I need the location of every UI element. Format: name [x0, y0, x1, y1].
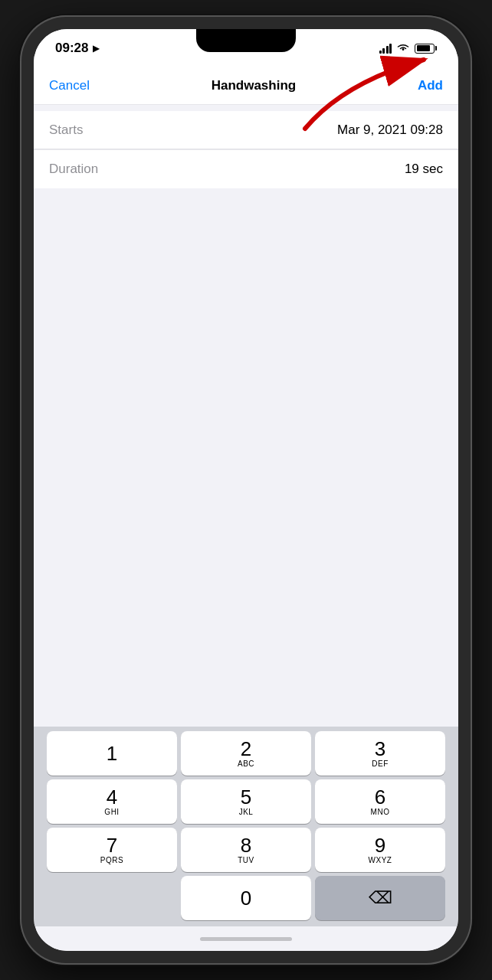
- content-area: Starts Mar 9, 2021 09:28 Duration 19 sec…: [34, 105, 458, 951]
- starts-row: Starts Mar 9, 2021 09:28: [34, 111, 458, 149]
- duration-row: Duration 19 sec: [34, 150, 458, 188]
- status-icons: [379, 43, 438, 54]
- key-4[interactable]: 4 GHI: [47, 779, 177, 824]
- starts-value: Mar 9, 2021 09:28: [337, 122, 443, 138]
- signal-bar-4: [389, 44, 392, 54]
- battery-fill: [417, 45, 431, 51]
- delete-icon: ⌫: [369, 888, 392, 908]
- empty-space: [34, 188, 458, 727]
- keyboard-row-1: 1 2 ABC 3 DEF: [37, 731, 455, 776]
- wifi-icon: [396, 43, 410, 54]
- home-bar: [200, 937, 292, 941]
- home-indicator: [34, 926, 458, 951]
- key-delete[interactable]: ⌫: [315, 876, 445, 920]
- keyboard: 1 2 ABC 3 DEF 4 GHI: [34, 727, 458, 926]
- key-1[interactable]: 1: [47, 731, 177, 776]
- nav-title: Handwashing: [212, 78, 297, 93]
- time-label: 09:28: [55, 41, 88, 56]
- location-icon: ▶: [93, 44, 99, 54]
- duration-value: 19 sec: [405, 162, 443, 177]
- nav-bar: Cancel Handwashing Add: [34, 67, 458, 105]
- notch: [196, 29, 296, 52]
- key-0[interactable]: 0: [181, 876, 311, 920]
- form-section: Starts Mar 9, 2021 09:28 Duration 19 sec: [34, 111, 458, 188]
- top-separator: [34, 105, 458, 111]
- keyboard-row-4: 0 ⌫: [37, 876, 455, 920]
- starts-label: Starts: [49, 122, 83, 138]
- phone-frame: 09:28 ▶: [20, 15, 472, 965]
- key-empty: [47, 876, 177, 920]
- key-7[interactable]: 7 PQRS: [47, 828, 177, 872]
- battery-icon: [415, 44, 437, 54]
- signal-bars-icon: [379, 44, 392, 54]
- status-time: 09:28 ▶: [55, 41, 99, 56]
- key-9[interactable]: 9 WXYZ: [315, 828, 445, 872]
- key-3[interactable]: 3 DEF: [315, 731, 445, 776]
- add-button[interactable]: Add: [418, 78, 443, 93]
- keyboard-row-2: 4 GHI 5 JKL 6 MNO: [37, 779, 455, 824]
- cancel-button[interactable]: Cancel: [49, 78, 90, 93]
- key-6[interactable]: 6 MNO: [315, 779, 445, 824]
- keyboard-row-3: 7 PQRS 8 TUV 9 WXYZ: [37, 828, 455, 872]
- battery-tip: [435, 46, 437, 51]
- signal-bar-2: [382, 48, 385, 54]
- key-2[interactable]: 2 ABC: [181, 731, 311, 776]
- key-8[interactable]: 8 TUV: [181, 828, 311, 872]
- battery-body: [415, 44, 435, 54]
- duration-label: Duration: [49, 162, 98, 177]
- signal-bar-3: [386, 46, 389, 54]
- screen: 09:28 ▶: [34, 29, 458, 951]
- signal-bar-1: [379, 51, 382, 54]
- key-5[interactable]: 5 JKL: [181, 779, 311, 824]
